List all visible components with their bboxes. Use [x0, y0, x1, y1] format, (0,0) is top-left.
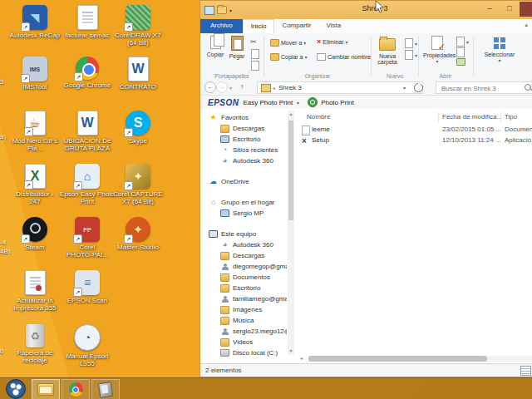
copy-to-button[interactable]: Copiar a▾ — [270, 53, 307, 61]
quick-access-toolbar[interactable]: ▾ — [204, 6, 232, 15]
title-bar[interactable]: ▾ Shrek 3 –□ — [200, 1, 532, 19]
back-button[interactable]: ← — [204, 81, 216, 93]
start-button[interactable] — [6, 379, 26, 399]
column-separator[interactable] — [438, 112, 439, 122]
new-folder-button[interactable]: Nueva carpeta — [373, 36, 401, 65]
sidebar-item-videos[interactable]: Videos — [200, 337, 287, 347]
google-chrome-desktop-item[interactable]: ↗Google Chrome — [59, 57, 116, 89]
master-studio-desktop-item[interactable]: ✦↗Master-Studio — [110, 217, 166, 251]
column-header-date[interactable]: Fecha de modifica... — [442, 113, 502, 121]
corel-photo-paint-desktop-item[interactable]: PP↗Corel PHOTO-PAI... — [59, 217, 116, 259]
explorer-taskbar-button[interactable] — [32, 379, 60, 399]
sidebar-item-descargas[interactable]: Descargas — [200, 250, 287, 261]
sidebar-item-m-sica[interactable]: Música — [200, 315, 287, 326]
chrome-taskbar-button[interactable] — [62, 379, 90, 399]
delete-button[interactable]: ×Eliminar▾ — [317, 39, 348, 45]
java-app-desktop-item[interactable]: ☕↗Mod Nero GIFs Pla... — [7, 111, 63, 152]
epson-easy-photo-print-desktop-item[interactable]: ⌂↗Epson Easy Photo Print — [59, 164, 116, 205]
recycle-bin-desktop-item[interactable]: ♻Papelera de reciclaje — [7, 324, 63, 364]
easy-access-button[interactable]: ▾ — [405, 50, 417, 60]
photo-print-button[interactable]: Photo Print — [321, 99, 354, 106]
sidebar-item-sitios-recientes[interactable]: ◔Sitios recientes — [200, 145, 287, 155]
hscroll-track[interactable] — [308, 356, 532, 362]
autodesk-recap-desktop-item[interactable]: ◥↗Autodesk ReCap — [7, 5, 63, 39]
breadcrumb[interactable]: Shrek 3 — [278, 84, 302, 91]
sidebar-scrollbar[interactable]: ▴ ▾ — [288, 111, 294, 355]
sidebar-item-este-equipo[interactable]: Este equipo — [200, 229, 287, 239]
sidebar-item-sergio23-mego12-ho[interactable]: sergio23.mego12@ho — [200, 326, 287, 337]
breadcrumb-chevron-icon[interactable]: ▸ — [273, 85, 276, 91]
sidebar-item-descargas[interactable]: Descargas — [200, 123, 287, 134]
move-to-button[interactable]: Mover a▾ — [270, 39, 306, 47]
file-row-setup[interactable]: ×Setup12/10/2013 11:24 ...Aplicació — [298, 135, 532, 146]
tab-inicio[interactable]: Inicio — [243, 19, 275, 33]
file-name[interactable]: leeme — [312, 126, 330, 133]
sidebar-item-disco-local-c-[interactable]: Disco local (C:) — [200, 347, 287, 358]
close-button[interactable] — [520, 2, 532, 17]
cut-button[interactable]: ✂ — [250, 37, 257, 46]
corel-capture-desktop-item[interactable]: ✦↗Corel CAPTURE X7 (64 Bit) — [110, 164, 166, 205]
paste-shortcut-button[interactable] — [251, 61, 259, 71]
search-box[interactable] — [436, 81, 532, 94]
scroll-up-icon[interactable]: ▴ — [288, 111, 294, 118]
sidebar-item-familiamego-gmail-[interactable]: familiamego@gmail. — [200, 293, 287, 304]
scroll-left-icon[interactable]: ◂ — [300, 355, 303, 362]
new-item-button[interactable]: ▾ — [405, 38, 417, 48]
contrato-doc-desktop-item[interactable]: WCONTRATO — [110, 57, 166, 91]
hscroll-thumb[interactable] — [308, 356, 487, 362]
up-button[interactable]: ↑ — [240, 82, 244, 91]
column-separator[interactable] — [500, 112, 501, 122]
edit-button[interactable] — [456, 47, 465, 57]
details-view-icon[interactable] — [520, 366, 531, 376]
facturar-doc-desktop-item[interactable]: facturar semac — [59, 5, 116, 39]
ubicacion-doc-desktop-item[interactable]: WUBICACIÓN De GRUTA PLAZA — [59, 111, 116, 152]
refresh-icon[interactable] — [414, 83, 423, 92]
sidebar-item-favoritos[interactable]: ★Favoritos — [200, 112, 287, 123]
paste-button[interactable]: Pegar — [225, 36, 249, 59]
file-name[interactable]: Setup — [312, 136, 329, 144]
sidebar-item-autodesk-360[interactable]: ◕Autodesk 360 — [200, 155, 287, 166]
tab-archivo[interactable]: Archivo — [200, 19, 243, 33]
copy-button[interactable]: Copiar — [204, 36, 227, 57]
minimize-button[interactable]: – — [480, 2, 500, 17]
sidebar-item-diegomegop-gmail-[interactable]: diegomegop@gmail. — [200, 261, 287, 272]
column-header-type[interactable]: Tipo — [505, 113, 517, 121]
address-bar[interactable]: ▸ Shrek 3 — [257, 81, 423, 94]
qat-dropdown-icon[interactable]: ▾ — [229, 7, 232, 13]
history-dropdown-icon[interactable]: ▾ — [229, 85, 232, 91]
sidebar-item-im-genes[interactable]: Imágenes — [200, 304, 287, 315]
select-button[interactable]: Seleccionar ▾ — [481, 36, 518, 63]
open-button[interactable]: ▾ — [456, 37, 469, 47]
rename-button[interactable]: Cambiar nombre — [317, 53, 371, 61]
sidebar-item-onedrive[interactable]: ☁OneDrive — [200, 176, 287, 187]
epson-scan-desktop-item[interactable]: ≡↗EPSON Scan — [59, 270, 116, 304]
sidebar-item-escritorio[interactable]: Escritorio — [200, 283, 287, 293]
skype-desktop-item[interactable]: S↗Skype — [110, 111, 166, 145]
sidebar-scroll-thumb[interactable] — [288, 121, 293, 220]
imstool-desktop-item[interactable]: IMS↗IMSTool — [7, 57, 63, 91]
sidebar-item-autodesk-360[interactable]: ◕Autodesk 360 — [200, 239, 287, 250]
maximize-button[interactable]: □ — [500, 2, 520, 17]
column-header-name[interactable]: Nombre — [307, 113, 330, 121]
address-dropdown-icon[interactable]: ▾ — [403, 85, 406, 91]
properties-button[interactable]: Propiedades ▾ — [423, 36, 451, 64]
excel-doc-desktop-item[interactable]: X↗Distribuidor - 247 — [7, 164, 63, 205]
manual-epson-desktop-item[interactable]: ◔Manual Epson L355 — [59, 324, 116, 367]
epson-dropdown-icon[interactable]: ▾ — [297, 100, 299, 106]
collapse-ribbon-icon[interactable]: ▴ — [525, 22, 528, 28]
sidebar-item-documentos[interactable]: Documentos — [200, 272, 287, 283]
scroll-down-icon[interactable]: ▾ — [288, 347, 294, 355]
tab-vista[interactable]: Vista — [319, 19, 349, 33]
file-row-leeme[interactable]: leeme23/02/2015 01:05 ...Documen — [298, 125, 532, 135]
epson-product-label[interactable]: Easy Photo Print — [244, 99, 293, 106]
sidebar-item-grupo-en-el-hogar[interactable]: ⌂Grupo en el hogar — [200, 197, 287, 208]
steam-desktop-item[interactable]: ◉↗Steam — [7, 217, 63, 251]
search-input[interactable] — [440, 82, 522, 94]
forward-button[interactable]: → — [216, 81, 228, 93]
sidebar-item-escritorio[interactable]: Escritorio — [200, 134, 287, 145]
tab-compartir[interactable]: Compartir — [274, 19, 318, 33]
horizontal-scrollbar[interactable]: ◂ — [298, 355, 532, 362]
copy-path-button[interactable] — [251, 49, 259, 59]
device-taskbar-button[interactable] — [91, 379, 120, 399]
coreldraw-x7-desktop-item[interactable]: ↗CorelDRAW X7 (64 Bit) — [110, 5, 166, 47]
